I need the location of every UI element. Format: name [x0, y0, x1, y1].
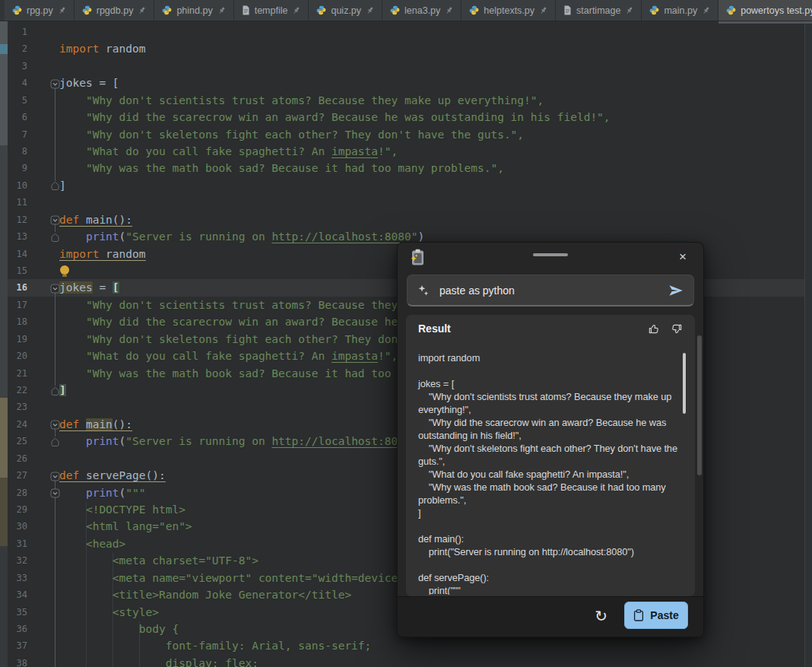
code-line[interactable]: <head> [59, 535, 125, 552]
result-scrollbar-thumb[interactable] [683, 353, 686, 414]
line-number: 12 [8, 211, 27, 228]
code-line[interactable]: <!DOCTYPE html> [59, 501, 186, 518]
regenerate-icon[interactable]: ↻ [595, 605, 607, 627]
tab-label: rpg.py [27, 5, 53, 16]
tab-label: powertoys test.py [741, 5, 812, 16]
left-stripe [0, 21, 8, 667]
line-number: 22 [8, 382, 27, 399]
fold-end-icon[interactable] [50, 437, 60, 446]
tab-label: tempfile [255, 5, 288, 16]
code-line[interactable]: <html lang="en"> [59, 518, 192, 535]
intention-lightbulb-icon[interactable] [60, 265, 69, 275]
pin-icon[interactable] [445, 6, 453, 15]
code-line[interactable]: "Why did the scarecrow win an award? Bec… [59, 109, 611, 125]
line-number: 19 [8, 331, 27, 348]
tab-label: lena3.py [404, 5, 440, 16]
pin-icon[interactable] [138, 6, 146, 15]
tab-helptexts-py[interactable]: helptexts.py [462, 0, 556, 21]
tab-bar: rpg.pyrpgdb.pyphind.pytempfilequiz.pylen… [0, 0, 812, 21]
code-line[interactable]: "What do you call fake spaghetti? An imp… [59, 143, 398, 160]
python-file-icon [162, 5, 172, 15]
tab-lena3-py[interactable]: lena3.py [382, 0, 462, 21]
pin-icon[interactable] [366, 6, 374, 15]
code-line[interactable]: "Why was the math book sad? Because it h… [59, 160, 504, 176]
thumbs-down-icon[interactable] [670, 322, 683, 335]
code-line[interactable]: jokes = [ [59, 75, 119, 91]
line-number: 13 [8, 228, 27, 245]
line-number: 3 [8, 58, 27, 75]
tab-quiz-py[interactable]: quiz.py [309, 0, 382, 21]
paste-button[interactable]: Paste [624, 602, 688, 629]
code-line[interactable]: def servePage(): [59, 467, 166, 484]
fold-region-line [55, 480, 56, 667]
code-line[interactable]: <title>Random Joke Generator</title> [59, 586, 351, 603]
fold-collapse-icon[interactable] [50, 488, 60, 497]
line-number: 4 [8, 75, 27, 91]
close-icon[interactable]: × [670, 246, 696, 268]
tab-rpgdb-py[interactable]: rpgdb.py [75, 0, 155, 21]
python-file-icon [316, 5, 326, 15]
send-icon[interactable] [668, 284, 684, 297]
tab-label: rpgdb.py [97, 5, 134, 16]
line-number: 2 [8, 40, 27, 57]
code-line[interactable]: body { [59, 621, 179, 637]
code-line[interactable]: ] [59, 382, 66, 399]
code-line[interactable]: print("Server is running on http://local… [59, 228, 424, 245]
line-number: 11 [8, 194, 27, 211]
pin-icon[interactable] [702, 6, 710, 15]
drag-handle[interactable] [533, 253, 568, 256]
code-line[interactable]: def main(): [59, 416, 132, 433]
advanced-paste-dialog: × Result [397, 242, 704, 637]
fold-end-icon[interactable] [50, 232, 60, 242]
line-number: 10 [8, 177, 27, 194]
line-number: 28 [8, 484, 27, 501]
code-line[interactable]: jokes = [ [59, 279, 119, 296]
line-number: 29 [8, 501, 27, 518]
tab-startimage[interactable]: startimage [556, 0, 642, 21]
code-line[interactable]: "Why don't skeletons fight each other? T… [59, 126, 524, 143]
pin-icon[interactable] [539, 6, 547, 15]
code-line[interactable]: ] [59, 177, 66, 194]
pin-icon[interactable] [625, 6, 633, 15]
active-tab-underline [718, 21, 812, 24]
fold-collapse-icon[interactable] [50, 283, 60, 293]
fold-collapse-icon[interactable] [50, 78, 60, 88]
code-line[interactable]: <style> [59, 604, 159, 621]
tab-rpg-py[interactable]: rpg.py [5, 0, 75, 21]
line-number: 14 [8, 246, 27, 262]
code-line[interactable]: print(""" [59, 484, 146, 501]
code-line[interactable]: font-family: Arial, sans-serif; [59, 637, 371, 654]
code-line[interactable]: "What do you call fake spaghetti? An imp… [59, 348, 398, 364]
result-title: Result [418, 322, 639, 335]
dialog-scrollbar-thumb[interactable] [697, 335, 702, 475]
code-line[interactable]: display: flex; [59, 655, 259, 667]
thumbs-up-icon[interactable] [648, 322, 661, 335]
tab-phind-py[interactable]: phind.py [154, 0, 233, 21]
fold-collapse-icon[interactable] [50, 471, 60, 481]
file-icon [563, 5, 572, 15]
line-number: 8 [8, 143, 27, 160]
tab-main-py[interactable]: main.py [642, 0, 718, 21]
prompt-input[interactable] [438, 284, 660, 297]
pin-icon[interactable] [217, 6, 226, 15]
fold-collapse-icon[interactable] [50, 214, 60, 224]
fold-end-icon[interactable] [50, 180, 60, 190]
pin-icon[interactable] [58, 6, 66, 15]
code-line[interactable]: "Why don't scientists trust atoms? Becau… [59, 92, 544, 109]
dialog-footer: ↻ Paste [398, 596, 703, 637]
pin-icon[interactable] [292, 6, 300, 15]
line-number: 30 [8, 518, 27, 535]
fold-end-icon[interactable] [50, 386, 60, 395]
tab-powertoys-test-py[interactable]: powertoys test.py× [718, 0, 812, 21]
code-line[interactable]: import random [59, 40, 146, 57]
code-line[interactable]: print("Server is running on http://local… [59, 433, 424, 449]
file-icon [242, 5, 250, 15]
line-number: 23 [8, 399, 27, 415]
tab-tempfile[interactable]: tempfile [234, 0, 309, 21]
fold-collapse-icon[interactable] [50, 419, 60, 429]
result-content[interactable]: import random jokes = [ "Why don't scien… [406, 344, 690, 595]
code-line[interactable]: import random [59, 246, 146, 262]
code-line[interactable]: <meta charset="UTF-8"> [59, 552, 259, 569]
code-line[interactable]: def main(): [59, 211, 132, 228]
python-file-icon [649, 5, 659, 15]
